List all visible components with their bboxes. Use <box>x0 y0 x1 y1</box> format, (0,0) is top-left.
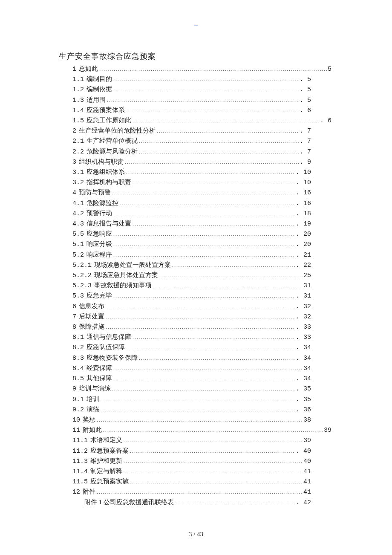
toc-entry-label: 响应程序 <box>86 250 112 260</box>
toc-entry-page: . 7 <box>300 136 311 146</box>
toc-entry-label: 信息发布 <box>79 301 104 311</box>
toc-entry-label: 培训与演练 <box>79 384 111 393</box>
toc-entry-label: 应急响应 <box>86 229 112 239</box>
toc-entry-label: 应急队伍保障 <box>86 342 125 352</box>
toc-leader-dots <box>124 157 299 164</box>
toc-entry-label: 预警行动 <box>86 208 112 218</box>
toc-entry-number: 5.2.1 <box>72 260 92 270</box>
toc-entry: 3组织机构与职责. 9 <box>72 157 311 167</box>
toc-entry-page: . 42 <box>296 498 311 508</box>
toc-entry-page: . 16 <box>296 199 311 208</box>
toc-leader-dots <box>113 229 295 236</box>
toc-entry-number: 2.2 <box>72 147 84 157</box>
toc-entry: 9.1培训. 35 <box>72 394 311 405</box>
toc-entry: 3.2指挥机构与职责. 10 <box>72 177 311 188</box>
toc-entry-page: . 35 <box>296 384 311 394</box>
toc-leader-dots <box>100 395 295 401</box>
toc-entry-label: 组织机构与职责 <box>79 157 124 167</box>
toc-leader-dots <box>126 168 295 174</box>
toc-leader-dots <box>113 374 295 380</box>
toc-entry-number: 1.4 <box>72 106 84 116</box>
toc-entry: 1.3适用围. 5 <box>72 95 311 105</box>
toc-entry-page: 41 <box>303 467 311 477</box>
toc-entry-number: 9 <box>72 384 76 394</box>
toc-entry: 10奖惩38 <box>72 415 311 425</box>
toc-entry-page: . 6 <box>320 116 331 126</box>
toc-entry: 11.3维护和更新40 <box>72 456 311 466</box>
toc-entry-page: . 40 <box>296 446 311 456</box>
toc-entry-label: 预防与预警 <box>79 188 111 197</box>
toc-entry-page: . 6 <box>300 106 311 116</box>
toc-entry: 4.3信息报告与处置. 19 <box>72 219 311 229</box>
toc-entry-number: 8.4 <box>72 364 84 373</box>
toc-entry-page: . 33 <box>296 322 311 332</box>
toc-entry: 11.1术语和定义39 <box>72 435 311 445</box>
toc-leader-dots <box>172 260 295 267</box>
toc-entry: 4.2预警行动. 18 <box>72 208 311 219</box>
toc-entry-number: 5.2.2 <box>72 271 92 280</box>
toc-entry-page: . 5 <box>300 75 311 84</box>
toc-entry: 2.2危险源与风险分析. 7 <box>72 147 311 157</box>
toc-leader-dots <box>107 95 299 102</box>
toc-entry-label: 总如此 <box>79 64 98 74</box>
toc-entry: 5.1响应分级. 20 <box>72 239 311 249</box>
toc-entry-page: 5 <box>328 64 331 74</box>
toc-entry-number: 1.5 <box>72 116 84 126</box>
toc-entry-number: 1 <box>72 64 76 74</box>
toc-entry-page: . 16 <box>296 188 311 198</box>
toc-entry-number: 11.2 <box>72 446 88 456</box>
toc-entry-page: . 34 <box>296 343 311 353</box>
toc-leader-dots <box>126 106 299 112</box>
toc-leader-dots <box>113 240 295 246</box>
toc-entry-page: 41 <box>303 477 311 487</box>
toc-entry-page: . 33 <box>296 332 311 342</box>
toc-entry: 11附如此39 <box>72 425 331 435</box>
toc-entry-label: 保障措施 <box>79 322 104 332</box>
toc-leader-dots <box>96 415 303 422</box>
toc-entry-label: 应急组织体系 <box>86 167 125 177</box>
content-area: 生产安全事故综合应急预案 1总如此51.1编制目的. 51.2编制依据. 51.… <box>59 51 329 508</box>
toc-leader-dots <box>159 271 303 277</box>
toc-entry-page: . 10 <box>296 168 311 177</box>
toc-entry: 2生产经营单位的危险性分析. 7 <box>72 126 311 136</box>
toc-leader-dots <box>123 436 303 442</box>
toc-entry-label: 编制依据 <box>86 84 112 94</box>
toc-entry-number: 5.2.3 <box>72 281 92 291</box>
toc-entry: 1.5应急工作原如此. 6 <box>72 116 331 126</box>
toc-entry: 5.2.1现场紧急处置一般处置方案. 22 <box>72 260 311 270</box>
toc-leader-dots <box>113 85 299 91</box>
toc-entry: 8保障措施. 33 <box>72 322 311 332</box>
toc-entry-label: 危险源与风险分析 <box>86 147 138 156</box>
toc-entry-label: 指挥机构与职责 <box>86 177 131 187</box>
toc-entry: 1总如此5 <box>72 64 331 74</box>
toc-entry-page: . 18 <box>296 209 311 219</box>
toc-entry-label: 奖惩 <box>83 415 95 425</box>
toc-entry-label: 现场紧急处置一般处置方案 <box>94 260 171 270</box>
toc-entry-number: 12 <box>72 487 80 497</box>
toc-entry-number: 3.1 <box>72 168 84 177</box>
toc-entry-number: 11.3 <box>72 457 88 466</box>
toc-leader-dots <box>113 209 295 215</box>
toc-leader-dots <box>138 147 299 153</box>
toc-entry-number: 7 <box>72 312 76 322</box>
toc-entry-number: 4.1 <box>72 199 84 208</box>
toc-entry-label: 制定与解释 <box>90 466 122 476</box>
toc-entry-page: . 19 <box>296 219 311 229</box>
toc-entry-page: . 31 <box>296 291 311 301</box>
toc-entry-number: 5.5 <box>72 229 84 239</box>
toc-entry-label: 生产经营单位概况 <box>86 136 138 146</box>
toc-entry: 8.2应急队伍保障. 34 <box>72 342 311 353</box>
toc-entry-page: . 34 <box>296 374 311 384</box>
toc-entry: 附件 1 公司应急救援通讯联络表. 42 <box>72 497 311 508</box>
toc-entry: 11.4制定与解释41 <box>72 466 311 477</box>
toc-leader-dots <box>132 116 319 122</box>
toc-entry-number: 11.4 <box>72 467 88 477</box>
toc-entry: 8.3应急物资装备保障. 34 <box>72 353 311 363</box>
toc-entry-label: 术语和定义 <box>90 435 122 445</box>
toc-entry-label: 应急物资装备保障 <box>86 353 138 363</box>
toc-entry-page: 38 <box>303 415 311 425</box>
toc-entry: 11.5应急预案实施41 <box>72 477 311 487</box>
document-title: 生产安全事故综合应急预案 <box>59 51 329 61</box>
toc-entry-label: 应急预案实施 <box>90 477 129 486</box>
toc-leader-dots <box>132 178 295 184</box>
